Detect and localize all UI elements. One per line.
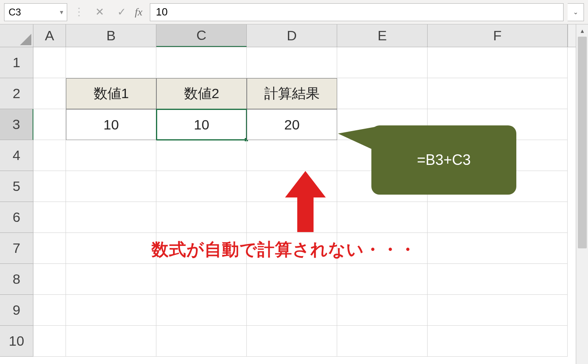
triangle-up-icon: ▴	[581, 27, 584, 35]
fx-label[interactable]: fx	[135, 6, 146, 18]
name-box-value: C3	[9, 7, 21, 18]
expand-formula-bar-button[interactable]: ⌄	[568, 3, 584, 21]
cell-F2[interactable]	[428, 78, 568, 109]
row-header-7[interactable]: 7	[0, 233, 33, 264]
cell-B3[interactable]: 10	[66, 109, 156, 140]
col-header-E[interactable]: E	[337, 24, 428, 47]
arrow-up-icon	[285, 171, 326, 232]
cell-D9[interactable]	[247, 295, 337, 326]
row-10: 10	[0, 326, 588, 357]
cell-A7[interactable]	[33, 233, 66, 264]
cell-C8[interactable]	[156, 264, 247, 295]
cell-D2[interactable]: 計算結果	[247, 78, 337, 109]
cell-E10[interactable]	[337, 326, 428, 357]
formula-input[interactable]: 10	[150, 3, 564, 21]
cell-B8[interactable]	[66, 264, 156, 295]
cell-A8[interactable]	[33, 264, 66, 295]
cell-A6[interactable]	[33, 202, 66, 233]
cell-A10[interactable]	[33, 326, 66, 357]
col-header-B[interactable]: B	[66, 24, 156, 47]
select-all-corner[interactable]	[0, 24, 33, 47]
col-header-A[interactable]: A	[33, 24, 66, 47]
row-header-3[interactable]: 3	[0, 109, 33, 140]
cell-F1[interactable]	[428, 47, 568, 78]
row-header-2[interactable]: 2	[0, 78, 33, 109]
row-9: 9	[0, 295, 588, 326]
row-header-1[interactable]: 1	[0, 47, 33, 78]
row-header-8[interactable]: 8	[0, 264, 33, 295]
cell-B10[interactable]	[66, 326, 156, 357]
cell-C9[interactable]	[156, 295, 247, 326]
cell-F6[interactable]	[428, 202, 568, 233]
row-header-6[interactable]: 6	[0, 202, 33, 233]
vertical-scrollbar[interactable]: ▴	[576, 24, 588, 364]
cell-A3[interactable]	[33, 109, 66, 140]
cell-D8[interactable]	[247, 264, 337, 295]
col-header-C[interactable]: C	[156, 24, 247, 47]
cell-A2[interactable]	[33, 78, 66, 109]
cell-B1[interactable]	[66, 47, 156, 78]
chevron-down-icon: ⌄	[573, 8, 578, 16]
cell-E8[interactable]	[337, 264, 428, 295]
cell-E9[interactable]	[337, 295, 428, 326]
cell-A4[interactable]	[33, 140, 66, 171]
check-icon: ✓	[117, 6, 126, 18]
formula-bar: C3 ▼ ⋮ ✕ ✓ fx 10 ⌄	[0, 0, 588, 24]
cell-F9[interactable]	[428, 295, 568, 326]
cell-F8[interactable]	[428, 264, 568, 295]
cell-A5[interactable]	[33, 171, 66, 202]
cell-C2[interactable]: 数値2	[156, 78, 247, 109]
cell-E6[interactable]	[337, 202, 428, 233]
scrollbar-thumb[interactable]	[578, 37, 587, 248]
cell-C5[interactable]	[156, 171, 247, 202]
row-header-4[interactable]: 4	[0, 140, 33, 171]
cell-D10[interactable]	[247, 326, 337, 357]
spreadsheet-grid: A B C D E F 1 2 数値1 数値2 計算結果	[0, 24, 588, 364]
cancel-button[interactable]: ✕	[91, 3, 109, 21]
cell-D4[interactable]	[247, 140, 337, 171]
callout-text: =B3+C3	[417, 151, 471, 169]
cell-D1[interactable]	[247, 47, 337, 78]
cell-B9[interactable]	[66, 295, 156, 326]
cell-B7[interactable]	[66, 233, 156, 264]
svg-marker-0	[285, 171, 326, 232]
cell-D3[interactable]: 20	[247, 109, 337, 140]
cell-F10[interactable]	[428, 326, 568, 357]
row-header-5[interactable]: 5	[0, 171, 33, 202]
cell-B4[interactable]	[66, 140, 156, 171]
enter-button[interactable]: ✓	[113, 3, 131, 21]
cell-E2[interactable]	[337, 78, 428, 109]
name-box[interactable]: C3 ▼	[4, 3, 67, 21]
row-header-10[interactable]: 10	[0, 326, 33, 357]
warning-note: 数式が自動で計算されない・・・	[151, 238, 417, 261]
row-header-9[interactable]: 9	[0, 295, 33, 326]
scroll-up-button[interactable]: ▴	[578, 26, 587, 35]
cell-F7[interactable]	[428, 233, 568, 264]
cell-C1[interactable]	[156, 47, 247, 78]
cell-B6[interactable]	[66, 202, 156, 233]
column-headers: A B C D E F	[0, 24, 588, 47]
formula-value: 10	[156, 6, 168, 18]
col-header-F[interactable]: F	[428, 24, 568, 47]
dropdown-icon[interactable]: ▼	[59, 9, 64, 15]
cell-C3[interactable]: 10	[156, 109, 247, 140]
formula-callout: =B3+C3	[371, 125, 516, 195]
cell-C6[interactable]	[156, 202, 247, 233]
cell-A1[interactable]	[33, 47, 66, 78]
cell-E1[interactable]	[337, 47, 428, 78]
row-8: 8	[0, 264, 588, 295]
cancel-icon: ✕	[95, 6, 104, 18]
col-header-D[interactable]: D	[247, 24, 337, 47]
cell-A9[interactable]	[33, 295, 66, 326]
row-1: 1	[0, 47, 588, 78]
cell-C4[interactable]	[156, 140, 247, 171]
row-2: 2 数値1 数値2 計算結果	[0, 78, 588, 109]
cell-B5[interactable]	[66, 171, 156, 202]
separator: ⋮	[71, 6, 87, 18]
cell-B2[interactable]: 数値1	[66, 78, 156, 109]
cell-C10[interactable]	[156, 326, 247, 357]
